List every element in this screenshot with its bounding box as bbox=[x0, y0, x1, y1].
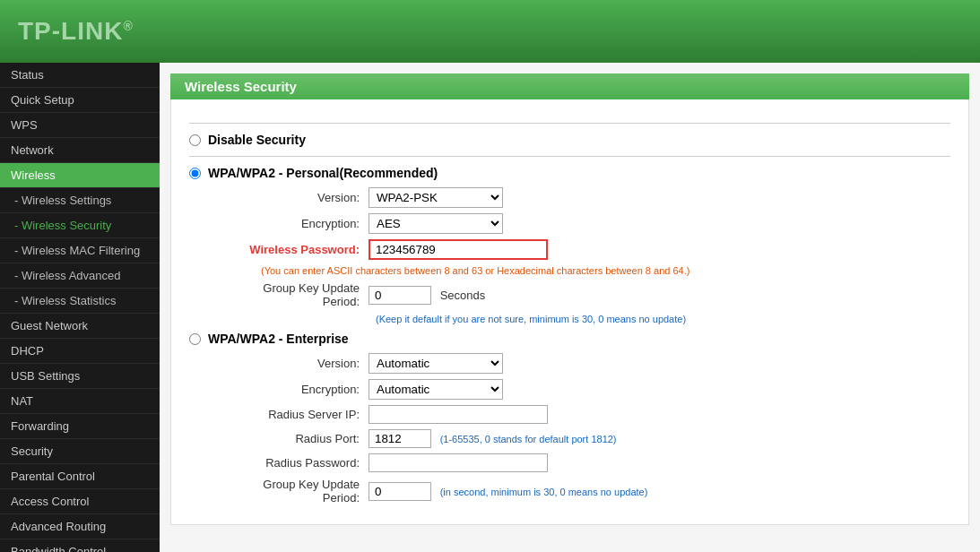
enterprise-group-key-input-wrap: (in second, minimum is 30, 0 means no up… bbox=[369, 482, 647, 501]
logo: TP-LINK® bbox=[18, 17, 134, 46]
enterprise-radius-ip-input-wrap bbox=[369, 405, 548, 424]
wpa-enterprise-radio[interactable] bbox=[189, 333, 201, 345]
divider-top bbox=[189, 123, 950, 124]
sidebar-item-network[interactable]: Network bbox=[0, 138, 160, 163]
wpa-personal-form: Version: Automatic WPA-PSK WPA2-PSK Encr… bbox=[225, 187, 950, 324]
enterprise-radius-password-row: Radius Password: bbox=[225, 453, 950, 472]
divider-1 bbox=[189, 156, 950, 157]
enterprise-radius-password-input[interactable] bbox=[369, 453, 548, 472]
enterprise-group-key-row: Group Key Update Period: (in second, min… bbox=[225, 478, 950, 505]
logo-reg: ® bbox=[123, 19, 133, 33]
personal-password-label: Wireless Password: bbox=[225, 243, 369, 256]
sidebar-item-wireless[interactable]: Wireless bbox=[0, 163, 160, 188]
sidebar-item-wireless-statistics[interactable]: - Wireless Statistics bbox=[0, 289, 160, 314]
enterprise-radius-port-input-wrap: (1-65535, 0 stands for default port 1812… bbox=[369, 429, 617, 448]
personal-password-input-wrap bbox=[369, 239, 548, 260]
sidebar-item-wps[interactable]: WPS bbox=[0, 113, 160, 138]
wpa-personal-row: WPA/WPA2 - Personal(Recommended) bbox=[189, 166, 950, 180]
personal-password-input[interactable] bbox=[369, 239, 548, 260]
enterprise-encryption-input-wrap: Automatic TKIP AES bbox=[369, 379, 503, 400]
personal-password-hint: (You can enter ASCII characters between … bbox=[261, 265, 950, 276]
enterprise-radius-ip-label: Radius Server IP: bbox=[225, 408, 369, 421]
sidebar-item-wireless-settings[interactable]: - Wireless Settings bbox=[0, 188, 160, 213]
personal-encryption-select[interactable]: Automatic TKIP AES bbox=[369, 213, 503, 234]
sidebar-item-dhcp[interactable]: DHCP bbox=[0, 339, 160, 364]
enterprise-encryption-select[interactable]: Automatic TKIP AES bbox=[369, 379, 503, 400]
page-title: Wireless Security bbox=[185, 79, 297, 94]
sidebar-item-guest-network[interactable]: Guest Network bbox=[0, 314, 160, 339]
personal-group-key-label: Group Key Update Period: bbox=[225, 281, 369, 308]
personal-version-input-wrap: Automatic WPA-PSK WPA2-PSK bbox=[369, 187, 503, 208]
sidebar-item-forwarding[interactable]: Forwarding bbox=[0, 414, 160, 439]
sidebar-item-wireless-security[interactable]: - Wireless Security bbox=[0, 213, 160, 238]
enterprise-radius-password-label: Radius Password: bbox=[225, 456, 369, 470]
sidebar: Status Quick Setup WPS Network Wireless … bbox=[0, 63, 160, 552]
sidebar-item-security[interactable]: Security bbox=[0, 439, 160, 464]
personal-version-row: Version: Automatic WPA-PSK WPA2-PSK bbox=[225, 187, 950, 208]
sidebar-item-nat[interactable]: NAT bbox=[0, 389, 160, 414]
enterprise-group-key-hint: (in second, minimum is 30, 0 means no up… bbox=[440, 487, 648, 497]
enterprise-encryption-row: Encryption: Automatic TKIP AES bbox=[225, 379, 950, 400]
personal-group-key-input-wrap: Seconds bbox=[369, 286, 485, 305]
enterprise-radius-port-row: Radius Port: (1-65535, 0 stands for defa… bbox=[225, 429, 950, 448]
enterprise-radius-port-hint: (1-65535, 0 stands for default port 1812… bbox=[440, 434, 617, 444]
sidebar-item-status[interactable]: Status bbox=[0, 63, 160, 88]
sidebar-item-usb-settings[interactable]: USB Settings bbox=[0, 364, 160, 389]
enterprise-group-key-input[interactable] bbox=[369, 482, 431, 501]
enterprise-version-input-wrap: Automatic WPA WPA2 bbox=[369, 353, 503, 374]
personal-password-row: Wireless Password: bbox=[225, 239, 950, 260]
wpa-enterprise-form: Version: Automatic WPA WPA2 Encryption: bbox=[225, 353, 950, 505]
personal-encryption-input-wrap: Automatic TKIP AES bbox=[369, 213, 503, 234]
wpa-personal-label[interactable]: WPA/WPA2 - Personal(Recommended) bbox=[208, 166, 438, 180]
personal-version-label: Version: bbox=[225, 191, 369, 204]
sidebar-item-access-control[interactable]: Access Control bbox=[0, 489, 160, 514]
personal-group-key-unit: Seconds bbox=[440, 289, 486, 302]
wpa-enterprise-row: WPA/WPA2 - Enterprise bbox=[189, 332, 950, 346]
disable-security-radio[interactable] bbox=[189, 134, 201, 146]
wpa-personal-radio[interactable] bbox=[189, 168, 201, 179]
content-area: Disable Security WPA/WPA2 - Personal(Rec… bbox=[170, 99, 969, 525]
header: TP-LINK® bbox=[0, 0, 980, 63]
enterprise-encryption-label: Encryption: bbox=[225, 383, 369, 396]
enterprise-group-key-label: Group Key Update Period: bbox=[225, 478, 369, 505]
disable-security-row: Disable Security bbox=[189, 133, 950, 147]
sidebar-item-parental-control[interactable]: Parental Control bbox=[0, 464, 160, 489]
main-layout: Status Quick Setup WPS Network Wireless … bbox=[0, 63, 980, 552]
enterprise-radius-password-input-wrap bbox=[369, 453, 548, 472]
sidebar-item-advanced-routing[interactable]: Advanced Routing bbox=[0, 514, 160, 539]
enterprise-version-row: Version: Automatic WPA WPA2 bbox=[225, 353, 950, 374]
personal-encryption-row: Encryption: Automatic TKIP AES bbox=[225, 213, 950, 234]
logo-text: TP-LINK bbox=[18, 17, 123, 45]
wpa-enterprise-label[interactable]: WPA/WPA2 - Enterprise bbox=[208, 332, 349, 346]
enterprise-radius-port-input[interactable] bbox=[369, 429, 431, 448]
sidebar-item-wireless-advanced[interactable]: - Wireless Advanced bbox=[0, 263, 160, 289]
main-content: Wireless Security Disable Security WPA/W… bbox=[160, 63, 980, 552]
enterprise-version-label: Version: bbox=[225, 357, 369, 370]
personal-encryption-label: Encryption: bbox=[225, 217, 369, 230]
enterprise-version-select[interactable]: Automatic WPA WPA2 bbox=[369, 353, 503, 374]
personal-group-key-row: Group Key Update Period: Seconds bbox=[225, 281, 950, 308]
sidebar-item-wireless-mac[interactable]: - Wireless MAC Filtering bbox=[0, 238, 160, 263]
enterprise-radius-port-label: Radius Port: bbox=[225, 432, 369, 445]
personal-group-key-hint: (Keep it default if you are not sure, mi… bbox=[376, 314, 950, 324]
enterprise-radius-ip-row: Radius Server IP: bbox=[225, 405, 950, 424]
enterprise-radius-ip-input[interactable] bbox=[369, 405, 548, 424]
personal-group-key-input[interactable] bbox=[369, 286, 431, 305]
disable-security-label[interactable]: Disable Security bbox=[208, 133, 306, 147]
sidebar-item-bandwidth-control[interactable]: Bandwidth Control bbox=[0, 539, 160, 552]
personal-version-select[interactable]: Automatic WPA-PSK WPA2-PSK bbox=[369, 187, 503, 208]
sidebar-item-quick-setup[interactable]: Quick Setup bbox=[0, 88, 160, 113]
page-title-bar: Wireless Security bbox=[170, 73, 969, 99]
